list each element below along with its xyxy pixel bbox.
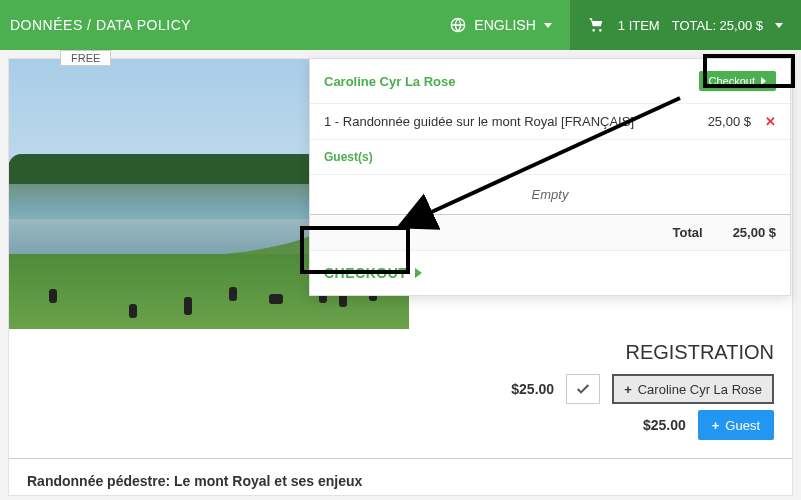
total-label: Total bbox=[673, 225, 703, 240]
language-label: ENGLISH bbox=[474, 17, 535, 33]
data-policy-link[interactable]: DONNÉES / DATA POLICY bbox=[0, 17, 432, 33]
checkout-big-label: CHECKOUT bbox=[324, 265, 407, 281]
cart-item-description: 1 - Randonnée guidée sur le mont Royal [… bbox=[324, 114, 685, 129]
guests-empty: Empty bbox=[310, 174, 790, 214]
registration-section: REGISTRATION $25.00 + Caroline Cyr La Ro… bbox=[9, 329, 792, 458]
cart-item-amount: 25,00 $ bbox=[685, 114, 765, 129]
plus-icon: + bbox=[624, 382, 632, 397]
language-selector[interactable]: ENGLISH bbox=[432, 17, 569, 33]
select-checkbox[interactable] bbox=[566, 374, 600, 404]
cart-total: TOTAL: 25,00 $ bbox=[672, 18, 763, 33]
chevron-down-icon bbox=[775, 23, 783, 28]
guest-label: Guest bbox=[725, 418, 760, 433]
topbar: DONNÉES / DATA POLICY ENGLISH 1 ITEM TOT… bbox=[0, 0, 801, 50]
chevron-right-icon bbox=[761, 77, 766, 85]
cart-dropdown: Caroline Cyr La Rose Checkout 1 - Randon… bbox=[309, 58, 791, 296]
free-badge: FREE bbox=[60, 50, 111, 66]
registration-row: $25.00 + Caroline Cyr La Rose bbox=[27, 374, 774, 404]
price: $25.00 bbox=[511, 381, 554, 397]
registrant-name: Caroline Cyr La Rose bbox=[638, 382, 762, 397]
checkout-mini-label: Checkout bbox=[709, 75, 755, 87]
registration-row: $25.00 + Guest bbox=[27, 410, 774, 440]
chevron-down-icon bbox=[544, 23, 552, 28]
total-value: 25,00 $ bbox=[733, 225, 776, 240]
cart-user-name: Caroline Cyr La Rose bbox=[324, 74, 456, 89]
plus-icon: + bbox=[712, 418, 720, 433]
arrow-right-icon bbox=[415, 268, 422, 278]
cart-summary[interactable]: 1 ITEM TOTAL: 25,00 $ bbox=[570, 0, 801, 50]
remove-item-button[interactable]: ✕ bbox=[765, 114, 776, 129]
add-guest-button[interactable]: + Guest bbox=[698, 410, 774, 440]
checkout-mini-button[interactable]: Checkout bbox=[699, 71, 776, 91]
cart-icon bbox=[588, 17, 606, 33]
registration-heading: REGISTRATION bbox=[27, 341, 774, 364]
guests-header: Guest(s) bbox=[310, 139, 790, 174]
cart-line-item: 1 - Randonnée guidée sur le mont Royal [… bbox=[310, 103, 790, 139]
cart-total-row: Total 25,00 $ bbox=[310, 214, 790, 250]
cart-item-count: 1 ITEM bbox=[618, 18, 660, 33]
price: $25.00 bbox=[643, 417, 686, 433]
event-title: Randonnée pédestre: Le mont Royal et ses… bbox=[9, 458, 792, 495]
add-registrant-button[interactable]: + Caroline Cyr La Rose bbox=[612, 374, 774, 404]
checkout-big-button[interactable]: CHECKOUT bbox=[310, 250, 790, 295]
globe-icon bbox=[450, 17, 466, 33]
